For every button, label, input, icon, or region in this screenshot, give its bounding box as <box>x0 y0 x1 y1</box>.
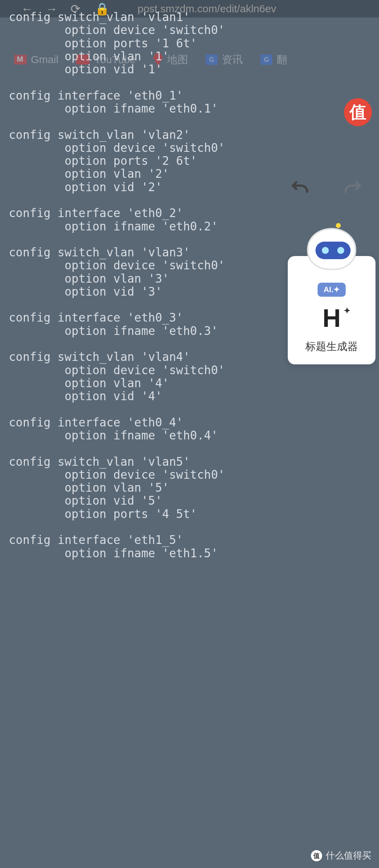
bookmark-label: 翻 <box>277 53 287 67</box>
undo-icon <box>288 175 312 200</box>
site-logo-badge[interactable]: 值 <box>344 98 372 126</box>
config-code-block: config switch_vlan 'vlan1' option device… <box>9 11 225 560</box>
redo-icon <box>340 175 365 200</box>
watermark-badge-icon: 值 <box>311 850 322 861</box>
undo-button[interactable] <box>288 175 312 201</box>
undo-redo-group <box>288 175 365 201</box>
watermark-text: 什么值得买 <box>326 849 371 862</box>
title-generator-icon: H <box>323 304 341 332</box>
ai-panel-label: 标题生成器 <box>305 339 358 354</box>
redo-button[interactable] <box>340 175 365 201</box>
watermark: 值 什么值得买 <box>311 849 371 862</box>
bookmark-label: 资讯 <box>222 53 243 67</box>
ai-assistant-panel[interactable]: AI.✦ H 标题生成器 <box>288 256 375 364</box>
translate-icon: G <box>260 54 272 65</box>
ai-badge: AI.✦ <box>318 283 346 297</box>
bookmark-translate[interactable]: G 翻 <box>260 53 287 67</box>
robot-icon <box>307 228 356 270</box>
